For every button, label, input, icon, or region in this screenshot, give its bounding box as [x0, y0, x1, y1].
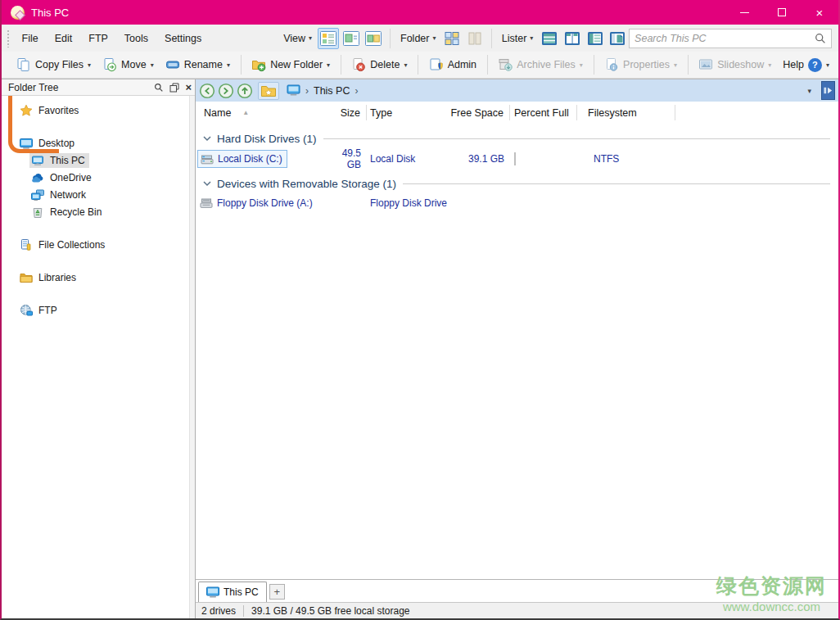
group-label: Devices with Removable Storage (1) [217, 178, 396, 190]
column-percent-full[interactable]: Percent Full [510, 105, 577, 120]
sidebar-item-network[interactable]: Network [2, 187, 195, 202]
view-thumbnails-button[interactable] [363, 28, 384, 49]
move-button[interactable]: Move ▾ [97, 54, 160, 76]
breadcrumb[interactable]: › This PC › [287, 84, 800, 97]
file-name-cell[interactable]: Floppy Disk Drive (A:) [197, 195, 317, 211]
new-folder-button[interactable]: New Folder ▾ [246, 54, 336, 76]
menu-edit[interactable]: Edit [47, 29, 81, 48]
lister-dual-vertical-button[interactable] [562, 28, 583, 49]
archive-files-button[interactable]: Archive Files ▾ [492, 54, 589, 76]
lister-dropdown[interactable]: Lister ▾ [497, 29, 539, 48]
menu-ftp[interactable]: FTP [80, 29, 116, 48]
file-list: Hard Disk Drives (1) Local Disk (C:) 49.… [196, 124, 838, 579]
menu-tools[interactable]: Tools [116, 29, 156, 48]
monitor-icon [31, 154, 44, 167]
chevron-down-icon: ▾ [768, 61, 771, 69]
up-icon [237, 83, 253, 99]
chevron-down-icon: ▾ [826, 61, 829, 69]
column-filesystem[interactable]: Filesystem [577, 105, 675, 120]
column-type[interactable]: Type [367, 105, 449, 120]
menu-file[interactable]: File [14, 29, 47, 48]
sidebar-item-libraries[interactable]: Libraries [2, 269, 195, 285]
collapse-chevron-icon[interactable] [203, 181, 211, 187]
admin-button[interactable]: Admin [423, 54, 482, 76]
toolbar-grip[interactable] [7, 29, 11, 48]
tree-search-icon[interactable] [154, 83, 164, 93]
folder-tree: Favorites Desktop This PC [2, 96, 195, 618]
slideshow-button[interactable]: Slideshow ▾ [693, 54, 777, 76]
column-size[interactable]: Size [327, 105, 367, 120]
new-folder-icon [251, 57, 266, 72]
menu-settings[interactable]: Settings [156, 29, 210, 48]
slideshow-icon [698, 57, 713, 72]
admin-shield-icon [429, 57, 444, 72]
search-input[interactable] [630, 29, 815, 48]
favorites-button[interactable] [258, 82, 279, 100]
file-size: 49.5 GB [327, 147, 367, 170]
archive-icon [498, 57, 513, 72]
dual-pane-toggle-button[interactable] [821, 81, 835, 100]
filesystem-value: NTFS [577, 153, 675, 165]
breadcrumb-chevron: › [355, 85, 358, 97]
sidebar-item-this-pc[interactable]: This PC [2, 152, 195, 168]
tree-float-icon[interactable] [169, 83, 179, 93]
file-name: Local Disk (C:) [218, 153, 282, 165]
folder-tree-header: Folder Tree × [2, 79, 195, 96]
lister-viewer-button[interactable] [607, 28, 628, 49]
folder-dropdown[interactable]: Folder ▾ [395, 29, 440, 48]
column-name[interactable]: Name ▲ [196, 105, 327, 120]
sidebar-item-label: OneDrive [50, 172, 92, 183]
sidebar-item-ftp[interactable]: FTP [2, 302, 195, 318]
help-button[interactable]: Help ? ▾ [777, 54, 835, 76]
sidebar-item-desktop[interactable]: Desktop [2, 135, 195, 151]
chevron-down-icon: ▾ [327, 61, 330, 69]
group-header-removable[interactable]: Devices with Removable Storage (1) [196, 174, 838, 192]
tree-scrollbar[interactable] [189, 96, 195, 618]
close-button[interactable]: × [801, 0, 838, 25]
file-row-local-disk[interactable]: Local Disk (C:) 49.5 GB Local Disk 39.1 … [196, 147, 838, 169]
forward-button[interactable] [218, 83, 234, 99]
breadcrumb-chevron: › [305, 85, 309, 97]
sidebar-item-recycle-bin[interactable]: Recycle Bin [2, 204, 195, 219]
tab-this-pc[interactable]: This PC [198, 582, 267, 602]
tree-close-icon[interactable]: × [185, 82, 192, 93]
file-name-cell[interactable]: Local Disk (C:) [197, 150, 287, 168]
lister-dual-vertical-icon [564, 31, 580, 46]
folder-panels-button[interactable] [464, 28, 485, 49]
breadcrumb-location[interactable]: This PC [314, 85, 350, 97]
toolbar-grip[interactable] [7, 56, 7, 74]
lister-single-button[interactable] [539, 28, 560, 49]
rename-button[interactable]: Rename ▾ [160, 54, 236, 76]
folder-panels-icon [467, 31, 483, 46]
chevron-down-icon: ▾ [309, 34, 312, 42]
address-dropdown-icon[interactable]: ▾ [802, 87, 816, 95]
collapse-chevron-icon[interactable] [203, 136, 211, 142]
tab-bar: This PC + [196, 579, 838, 602]
chevron-down-icon: ▾ [404, 61, 407, 69]
column-headers: Name ▲ Size Type Free Space Percent Full… [196, 102, 838, 124]
group-header-hard-disks[interactable]: Hard Disk Drives (1) [196, 129, 838, 147]
column-free-space[interactable]: Free Space [449, 105, 510, 120]
sidebar-item-label: FTP [38, 305, 57, 316]
minimize-button[interactable] [725, 0, 763, 25]
folder-grid-button[interactable] [441, 28, 463, 49]
back-button[interactable] [199, 83, 215, 99]
view-details-button[interactable] [318, 28, 339, 49]
view-dropdown[interactable]: View ▾ [278, 29, 317, 48]
search-icon[interactable] [815, 33, 826, 44]
sidebar-item-label: Favorites [38, 105, 79, 116]
sidebar-item-favorites[interactable]: Favorites [2, 102, 195, 118]
file-type: Local Disk [367, 153, 449, 165]
delete-button[interactable]: Delete ▾ [345, 54, 413, 76]
maximize-button[interactable] [763, 0, 801, 25]
lister-tree-button[interactable] [585, 28, 606, 49]
up-button[interactable] [237, 83, 253, 99]
view-tiles-button[interactable] [341, 28, 362, 49]
add-tab-button[interactable]: + [269, 584, 285, 600]
copy-files-button[interactable]: Copy Files ▾ [11, 54, 97, 76]
sidebar-item-onedrive[interactable]: OneDrive [2, 170, 195, 185]
file-row-floppy[interactable]: Floppy Disk Drive (A:) Floppy Disk Drive [196, 192, 838, 214]
sidebar-item-file-collections[interactable]: File Collections [2, 237, 195, 252]
properties-button[interactable]: Properties ▾ [598, 54, 683, 76]
search-box [629, 29, 832, 48]
